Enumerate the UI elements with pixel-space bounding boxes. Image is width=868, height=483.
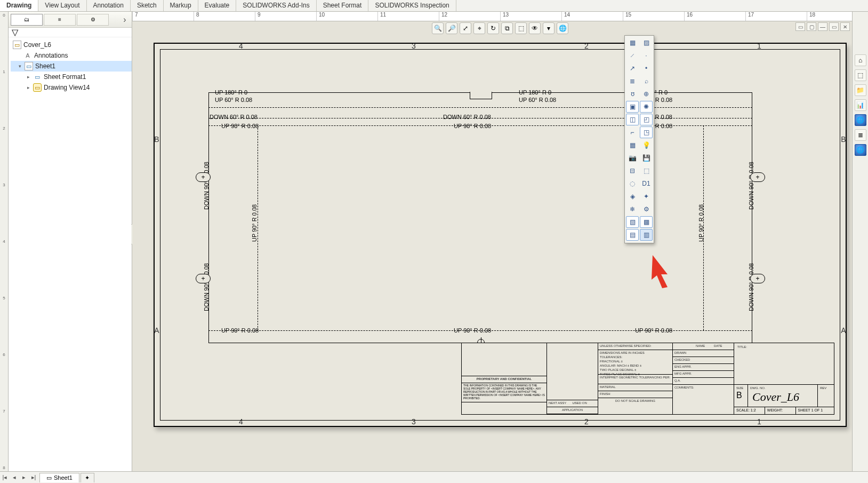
window-button-4[interactable]: ✕ [840,22,850,31]
flyout-item-6-0[interactable]: ◫ [626,114,639,125]
flyout-item-9-0[interactable]: 📷 [626,152,639,164]
hud-button-5[interactable]: ⧉ [501,22,513,34]
flyout-item-10-0[interactable]: ⊟ [626,165,639,177]
ruler-tick: 17 [745,12,807,21]
flyout-item-3-1[interactable]: ⌕ [640,75,653,87]
cmd-tab-solidworks-inspection[interactable]: SOLIDWORKS Inspection [368,0,456,11]
flat-pattern-view[interactable]: UP 180° R 0 UP 60° R 0.08 DOWN 60° R 0.0… [208,92,752,343]
property-manager-tab[interactable]: ≡ [44,14,76,26]
hud-button-8[interactable]: ▾ [543,22,554,34]
tree-sheet-format[interactable]: ▸ ▭ Sheet Format1 [11,72,132,82]
taskpane-tab-0[interactable]: ⌂ [855,54,866,66]
cmd-tab-solidworks-add-ins[interactable]: SOLIDWORKS Add-Ins [236,0,316,11]
window-button-1[interactable]: ▢ [807,22,816,31]
flyout-item-2-1[interactable]: • [640,62,653,74]
flyout-item-2-0[interactable]: ↗ [626,62,639,74]
tree-sheet[interactable]: ▾ ▭ Sheet1 [11,61,132,72]
window-button-3[interactable]: ▭ [829,22,839,31]
cmd-tab-evaluate[interactable]: Evaluate [198,0,237,11]
flyout-item-1-0[interactable]: ⟋ [626,50,639,61]
heads-up-view-toolbar: 🔍🔎⤢⌖↻⧉⬚👁▾🌐 [432,22,568,35]
add-sheet-button[interactable]: ✦ [81,473,94,482]
flyout-item-4-0[interactable]: ʊ [626,88,639,100]
flyout-item-7-1[interactable]: ◳ [640,126,653,138]
flyout-item-1-1[interactable]: · [640,50,653,61]
cmd-tab-drawing[interactable]: Drawing [0,0,38,11]
tree-drawing-view[interactable]: ▸ ▭ Drawing View14 [11,82,132,93]
expand-panel-button[interactable]: › [120,15,130,25]
flyout-item-15-1[interactable]: ▥ [640,229,653,241]
graphics-area[interactable]: 789101112131415161718 🔍🔎⤢⌖↻⧉⬚👁▾🌐 ▭▢—▭✕ 4… [132,12,868,471]
sheet-nav-prev[interactable]: ◂ [10,474,19,481]
configuration-manager-tab[interactable]: ⚙ [77,14,109,26]
flyout-item-14-0[interactable]: ▧ [626,216,639,228]
flyout-item-13-1[interactable]: ⚙ [640,203,653,215]
sheet-nav-next[interactable]: ▸ [19,474,29,481]
drawing-sheet[interactable]: 4321 4321 BA BA [154,43,847,427]
hud-button-9[interactable]: 🌐 [557,22,568,34]
sheet-nav-first[interactable]: |◂ [0,474,10,481]
sheet-nav-last[interactable]: ▸| [29,474,38,481]
hud-button-3[interactable]: ⌖ [473,22,485,34]
taskpane-tab-6[interactable]: 🌐 [855,144,866,156]
sheet-tab[interactable]: ▭ Sheet1 [39,473,79,482]
hide-show-items-flyout: ▦▨⟋·↗•≣⌕ʊ⊕▣✺◫◰⌐◳▦💡📷💾⊟⬚◌D1◈✦❄⚙▧▩▤▥ [624,35,654,243]
tree-annotations[interactable]: A Annotations [11,50,132,61]
bend-line [208,107,752,108]
taskpane-tab-4[interactable]: 🌐 [855,114,866,126]
expand-icon[interactable]: ▸ [26,85,31,90]
flyout-item-5-0[interactable]: ▣ [626,101,639,113]
flyout-item-11-0[interactable]: ◌ [626,178,639,189]
feature-manager-tab-strip: 🗂 ≡ ⚙ › [9,12,132,28]
flyout-item-8-1[interactable]: 💡 [640,139,653,151]
taskpane-tab-2[interactable]: 📁 [855,84,866,96]
cmd-tab-annotation[interactable]: Annotation [87,0,131,11]
taskpane-tab-1[interactable]: ⬚ [855,69,866,81]
cmd-tab-sheet-format[interactable]: Sheet Format [317,0,369,11]
horizontal-ruler: 789101112131415161718 [132,12,868,21]
feature-manager-tab[interactable]: 🗂 [11,14,43,26]
cmd-tab-view-layout[interactable]: View Layout [38,0,86,11]
flyout-item-9-1[interactable]: 💾 [640,152,653,164]
flyout-item-12-0[interactable]: ◈ [626,191,639,202]
hud-button-0[interactable]: 🔍 [432,22,444,34]
hud-button-2[interactable]: ⤢ [460,22,471,34]
hud-button-4[interactable]: ↻ [487,22,499,34]
flyout-item-0-0[interactable]: ▦ [626,37,639,49]
window-button-2[interactable]: — [818,22,827,31]
flyout-item-12-1[interactable]: ✦ [640,191,653,202]
flyout-item-7-0[interactable]: ⌐ [626,126,639,138]
flyout-item-4-1[interactable]: ⊕ [640,88,653,100]
hud-button-1[interactable]: 🔎 [446,22,457,34]
flyout-item-0-1[interactable]: ▨ [640,37,653,49]
cmd-tab-sketch[interactable]: Sketch [131,0,164,11]
tree-filter[interactable]: ▽ [9,28,132,37]
tree-root[interactable]: ▭ Cover_L6 [11,39,132,50]
child-window-buttons: ▭▢—▭✕ [795,22,850,31]
taskpane-tab-3[interactable]: 📊 [855,99,866,111]
collapse-icon[interactable]: ▾ [17,64,22,69]
sheet-tab-label: Sheet1 [54,474,73,481]
sheet-border: UP 180° R 0 UP 60° R 0.08 DOWN 60° R 0.0… [160,49,840,421]
cmd-tab-markup[interactable]: Markup [164,0,198,11]
confidential-text: THE INFORMATION CONTAINED IN THIS DRAWIN… [462,383,546,402]
flyout-item-3-0[interactable]: ≣ [626,75,639,87]
ruler-tick: 9 [255,12,316,21]
flyout-item-13-0[interactable]: ❄ [626,203,639,215]
flat-outline [208,92,752,343]
title-block-bottom: SIZEB DWG. NO.Cover_L6 REV [734,384,834,407]
flyout-item-6-1[interactable]: ◰ [640,114,653,125]
hud-button-7[interactable]: 👁 [529,22,541,34]
flyout-item-10-1[interactable]: ⬚ [640,165,653,177]
window-button-0[interactable]: ▭ [795,22,805,31]
expand-icon[interactable]: ▸ [26,74,31,80]
bend-note: UP 180° R 0 [215,89,247,96]
flyout-item-8-0[interactable]: ▦ [626,139,639,151]
taskpane-tab-5[interactable]: ≣ [855,129,866,141]
flyout-item-15-0[interactable]: ▤ [626,229,639,241]
flyout-item-5-1[interactable]: ✺ [640,101,653,113]
flyout-item-14-1[interactable]: ▩ [640,216,653,228]
flyout-item-11-1[interactable]: D1 [640,178,653,189]
hud-button-6[interactable]: ⬚ [515,22,527,34]
ruler-tick: 15 [623,12,684,21]
